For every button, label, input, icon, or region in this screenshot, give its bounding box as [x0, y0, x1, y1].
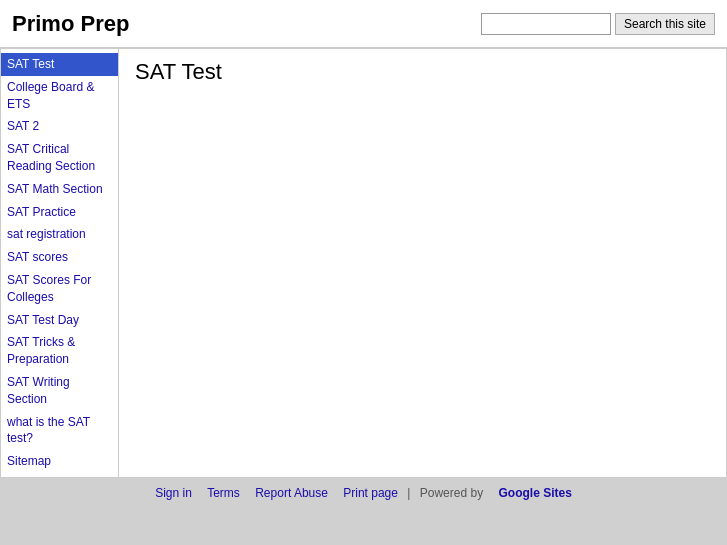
sidebar-item-5[interactable]: SAT Practice: [1, 201, 118, 224]
footer-sign-in[interactable]: Sign in: [155, 486, 192, 500]
sidebar-item-1[interactable]: College Board & ETS: [1, 76, 118, 116]
sidebar-item-12[interactable]: what is the SAT test?: [1, 411, 118, 451]
footer-google-sites[interactable]: Google Sites: [498, 486, 571, 500]
sidebar-item-10[interactable]: SAT Tricks & Preparation: [1, 331, 118, 371]
sidebar-item-0[interactable]: SAT Test: [1, 53, 118, 76]
header: Primo Prep Search this site: [0, 0, 727, 48]
sidebar-item-8[interactable]: SAT Scores For Colleges: [1, 269, 118, 309]
content-area: SAT TestCollege Board & ETSSAT 2SAT Crit…: [0, 48, 727, 478]
footer-print-page[interactable]: Print page: [343, 486, 398, 500]
sidebar-item-4[interactable]: SAT Math Section: [1, 178, 118, 201]
sidebar-item-9[interactable]: SAT Test Day: [1, 309, 118, 332]
sidebar-item-13[interactable]: Sitemap: [1, 450, 118, 473]
sidebar: SAT TestCollege Board & ETSSAT 2SAT Crit…: [1, 49, 119, 477]
page-wrapper: Primo Prep Search this site SAT TestColl…: [0, 0, 727, 508]
footer-report-abuse[interactable]: Report Abuse: [255, 486, 328, 500]
site-title: Primo Prep: [12, 11, 129, 37]
page-title: SAT Test: [135, 59, 710, 85]
footer-terms[interactable]: Terms: [207, 486, 240, 500]
footer: Sign in Terms Report Abuse Print page | …: [0, 478, 727, 508]
sidebar-item-6[interactable]: sat registration: [1, 223, 118, 246]
sidebar-item-11[interactable]: SAT Writing Section: [1, 371, 118, 411]
search-area: Search this site: [481, 13, 715, 35]
search-input[interactable]: [481, 13, 611, 35]
main-content: SAT Test: [119, 49, 726, 477]
sidebar-item-3[interactable]: SAT Critical Reading Section: [1, 138, 118, 178]
sidebar-item-2[interactable]: SAT 2: [1, 115, 118, 138]
sidebar-item-7[interactable]: SAT scores: [1, 246, 118, 269]
footer-powered-by-text: Powered by: [420, 486, 483, 500]
search-button[interactable]: Search this site: [615, 13, 715, 35]
